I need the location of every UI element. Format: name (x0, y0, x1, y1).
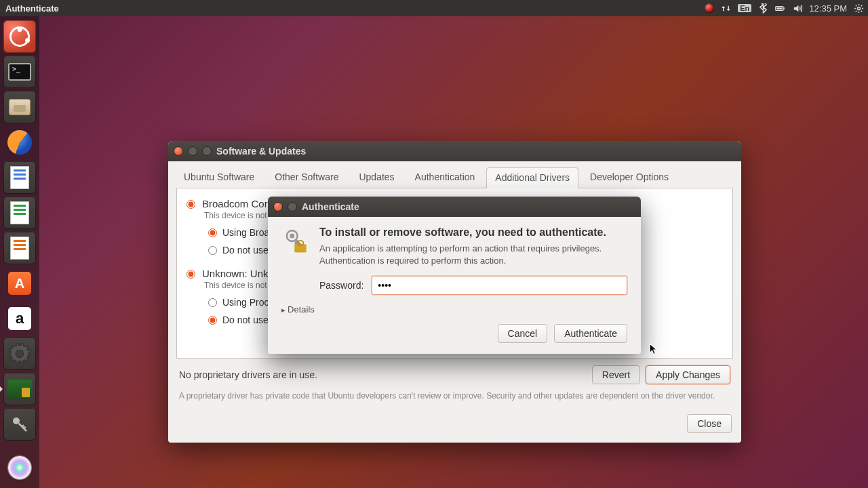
tab-authentication[interactable]: Authentication (406, 167, 484, 188)
launcher-firefox[interactable] (3, 126, 36, 159)
launcher-dash[interactable] (3, 20, 36, 53)
system-tray: En 12:35 PM (705, 3, 868, 14)
dialog-titlebar[interactable]: Authenticate (268, 197, 641, 217)
launcher-impress[interactable] (3, 232, 36, 264)
status-text: No proprietary drivers are in use. (179, 369, 317, 380)
launcher-software[interactable]: A (3, 267, 36, 300)
svg-point-4 (13, 418, 20, 424)
window-maximize-icon[interactable] (202, 146, 212, 156)
bluetooth-icon[interactable] (758, 3, 768, 14)
network-icon[interactable] (721, 3, 731, 14)
revert-button[interactable]: Revert (592, 365, 640, 384)
authenticate-dialog: Authenticate To install or remove softwa… (268, 197, 641, 354)
svg-point-3 (857, 7, 860, 9)
details-expander[interactable]: Details (281, 304, 627, 314)
launcher-terminal[interactable] (3, 56, 36, 88)
password-input[interactable] (372, 276, 627, 295)
launcher-drivers[interactable] (3, 373, 36, 405)
dialog-heading: To install or remove software, you need … (319, 226, 627, 239)
status-row: No proprietary drivers are in use. Rever… (168, 359, 741, 391)
lock-icon (281, 226, 310, 266)
launcher-disc[interactable] (3, 451, 36, 484)
tab-additional-drivers[interactable]: Additional Drivers (486, 167, 578, 188)
tab-ubuntu-software[interactable]: Ubuntu Software (175, 167, 263, 188)
authenticate-button[interactable]: Authenticate (554, 324, 627, 343)
svg-rect-1 (784, 7, 785, 9)
launcher-passwords[interactable] (3, 408, 36, 441)
panel-title: Authenticate (0, 3, 59, 14)
dialog-close-icon[interactable] (273, 202, 283, 211)
device-title: Unknown: Unk (202, 268, 269, 279)
cancel-button[interactable]: Cancel (498, 324, 548, 343)
dialog-title: Authenticate (302, 201, 359, 212)
dialog-message: An application is attempting to perform … (319, 243, 627, 266)
launcher-files[interactable] (3, 91, 36, 123)
keyboard-language-indicator[interactable]: En (738, 4, 751, 12)
clock[interactable]: 12:35 PM (809, 3, 847, 14)
launcher-settings[interactable] (3, 338, 36, 370)
gear-icon[interactable] (854, 3, 864, 14)
top-panel: Authenticate En 12:35 PM (0, 0, 868, 16)
launcher-calc[interactable] (3, 197, 36, 229)
svg-rect-2 (777, 7, 783, 9)
apply-changes-button[interactable]: Apply Changes (646, 365, 730, 384)
record-indicator-icon[interactable] (705, 3, 714, 13)
cursor-icon (648, 343, 660, 358)
window-minimize-icon[interactable] (188, 146, 197, 156)
device-title: Broadcom Cor (202, 198, 268, 209)
window-close-icon[interactable] (174, 146, 183, 156)
device-radio[interactable] (186, 270, 195, 279)
tab-other-software[interactable]: Other Software (266, 167, 347, 188)
launcher: A a (0, 16, 39, 488)
dialog-minimize-icon[interactable] (288, 202, 297, 211)
window-title: Software & Updates (216, 146, 306, 157)
proprietary-note: A proprietary driver has private code th… (168, 391, 741, 409)
battery-icon[interactable] (775, 3, 785, 14)
launcher-writer[interactable] (3, 161, 36, 194)
sound-icon[interactable] (792, 3, 802, 14)
svg-point-6 (290, 234, 294, 239)
tab-developer-options[interactable]: Developer Options (581, 167, 677, 188)
tabs: Ubuntu Software Other Software Updates A… (168, 161, 741, 188)
tab-updates[interactable]: Updates (350, 167, 403, 188)
window-titlebar[interactable]: Software & Updates (168, 141, 741, 161)
device-radio[interactable] (186, 200, 195, 209)
close-button[interactable]: Close (687, 414, 732, 433)
password-label: Password: (319, 280, 363, 291)
launcher-amazon[interactable]: a (3, 302, 36, 335)
